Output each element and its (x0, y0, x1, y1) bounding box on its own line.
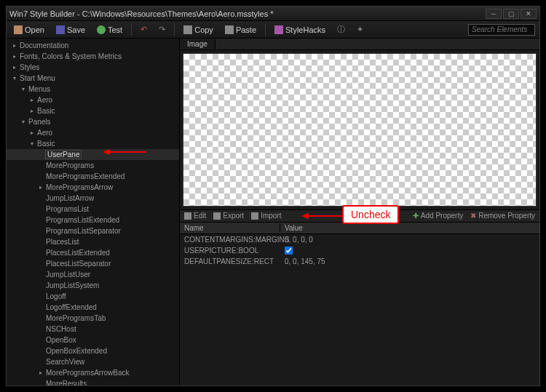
tree-item-label: Logoff (45, 292, 66, 300)
tree-twisty (37, 228, 44, 235)
grid-body[interactable]: CONTENTMARGINS:MARGINS0, 0, 0, 0USERPICT… (180, 234, 539, 386)
info-button[interactable]: ⓘ (334, 23, 348, 36)
close-button[interactable]: ✕ (521, 9, 537, 19)
tree-item[interactable]: ProgramsListExtended (7, 215, 179, 225)
image-tab[interactable]: Image (180, 39, 215, 49)
property-value (280, 247, 297, 255)
tree-item[interactable]: ▸MoreProgramsArrow (7, 182, 179, 193)
image-preview[interactable] (183, 53, 537, 207)
copy-label: Copy (194, 25, 213, 34)
tree-twisty (37, 337, 44, 344)
toolbar-separator (174, 24, 175, 36)
tree-item-label: OpenBoxExtended (45, 347, 107, 355)
tree-item[interactable]: OpenBoxExtended (7, 345, 179, 356)
tree-item[interactable]: JumpListUser (7, 269, 179, 280)
tree-item[interactable]: JumpListSystem (7, 280, 179, 291)
tree-item[interactable]: SearchView (7, 356, 179, 367)
tree-item[interactable]: PlacesListExtended (7, 247, 179, 258)
chevron-down-icon[interactable]: ▾ (20, 86, 27, 93)
tree-item[interactable]: ▾Basic (7, 138, 179, 149)
tree-item-label: JumpListUser (45, 271, 90, 279)
property-name: USERPICTURE:BOOL (180, 247, 280, 255)
tree-item[interactable]: ▾Panels (7, 116, 179, 127)
tree-item[interactable]: ▸Fonts, Colors & System Metrics (7, 51, 179, 62)
tree-item[interactable]: JumpListArrow (7, 193, 179, 204)
tree-item[interactable]: PlacesListSeparator (7, 258, 179, 269)
chevron-right-icon[interactable]: ▸ (11, 64, 18, 71)
search-input[interactable] (468, 24, 535, 36)
tree-item-label: MoreProgramsArrowBack (45, 369, 129, 377)
col-name[interactable]: Name (180, 224, 280, 232)
import-button[interactable]: Import (251, 212, 281, 220)
tree-item[interactable]: Logoff (7, 291, 179, 302)
tree-twisty (37, 304, 44, 311)
property-row[interactable]: USERPICTURE:BOOL (180, 245, 539, 256)
toolbar: Open Save Test ↶ ↷ Copy Paste StyleHacks… (7, 21, 539, 39)
tree-item[interactable]: MorePrograms (7, 160, 179, 171)
test-button[interactable]: Test (94, 24, 125, 36)
tree-item-label: Aero (36, 129, 52, 137)
edit-button[interactable]: Edit (184, 212, 206, 220)
tree-item[interactable]: ▸Aero (7, 95, 179, 105)
tree-panel[interactable]: ▸Documentation▸Fonts, Colors & System Me… (7, 39, 180, 385)
paste-label: Paste (236, 25, 256, 34)
property-checkbox[interactable] (285, 247, 293, 255)
tree-item[interactable]: UserPane (7, 149, 179, 160)
tree-item[interactable]: PlacesList (7, 236, 179, 247)
tree-item-label: MoreResults (45, 380, 87, 385)
chevron-right-icon[interactable]: ▸ (37, 369, 44, 377)
tree-item[interactable]: OpenBox (7, 335, 179, 345)
wand-button[interactable]: ✦ (354, 23, 366, 36)
tree-item[interactable]: ProgramsList (7, 204, 179, 215)
property-row[interactable]: DEFAULTPANESIZE:RECT0, 0, 145, 75 (180, 256, 539, 267)
chevron-right-icon[interactable]: ▸ (11, 53, 18, 60)
chevron-down-icon[interactable]: ▾ (11, 75, 18, 82)
tree-item[interactable]: MoreProgramsExtended (7, 171, 179, 182)
tree-item[interactable]: ▸Documentation (7, 40, 179, 51)
tree-item[interactable]: ProgramsListSeparator (7, 225, 179, 236)
tree-twisty (37, 206, 44, 213)
open-button[interactable]: Open (11, 24, 47, 36)
tree-twisty (37, 162, 44, 169)
tree-item[interactable]: MoreProgramsTab (7, 313, 179, 324)
chevron-right-icon[interactable]: ▸ (37, 184, 44, 191)
tree-item[interactable]: NSCHost (7, 324, 179, 335)
chevron-right-icon[interactable]: ▸ (11, 42, 18, 49)
chevron-right-icon[interactable]: ▸ (28, 108, 36, 115)
redo-button[interactable]: ↷ (156, 23, 168, 36)
paste-button[interactable]: Paste (222, 24, 259, 36)
save-button[interactable]: Save (53, 24, 88, 36)
tree-twisty (37, 359, 44, 366)
property-value[interactable]: 0, 0, 0, 0 (280, 236, 317, 244)
tree-item[interactable]: ▸Aero (7, 127, 179, 138)
tree-item[interactable]: ▸MoreProgramsArrowBack (7, 367, 179, 378)
tree-item[interactable]: ▾Menus (7, 84, 179, 95)
chevron-right-icon[interactable]: ▸ (28, 129, 36, 137)
tree-item[interactable]: MoreResults (7, 378, 179, 385)
remove-property-button[interactable]: ✖Remove Property (470, 212, 535, 220)
titlebar[interactable]: Win7 Style Builder - C:\Windows\Resource… (7, 7, 539, 21)
undo-button[interactable]: ↶ (138, 23, 150, 36)
tree-item[interactable]: ▸Basic (7, 105, 179, 116)
edit-icon (184, 212, 191, 220)
tree-item[interactable]: LogoffExtended (7, 302, 179, 313)
maximize-button[interactable]: ▢ (503, 9, 519, 19)
property-value[interactable]: 0, 0, 145, 75 (280, 257, 330, 265)
property-row[interactable]: CONTENTMARGINS:MARGINS0, 0, 0, 0 (180, 234, 539, 245)
copy-button[interactable]: Copy (181, 24, 216, 36)
add-property-button[interactable]: ✚Add Property (413, 212, 463, 220)
tree-item-label: OpenBox (45, 336, 76, 344)
save-label: Save (67, 25, 85, 34)
export-button[interactable]: Export (213, 212, 244, 220)
stylehacks-button[interactable]: StyleHacks (272, 24, 328, 36)
tree-item[interactable]: ▾Start Menu (7, 73, 179, 84)
tree-item[interactable]: ▸Styles (7, 62, 179, 73)
chevron-right-icon[interactable]: ▸ (28, 97, 36, 104)
tree-item-label: MoreProgramsTab (45, 314, 106, 322)
tree-item-label: PlacesList (45, 238, 79, 246)
col-value[interactable]: Value (280, 224, 307, 232)
chevron-down-icon[interactable]: ▾ (28, 140, 36, 148)
minimize-button[interactable]: ─ (486, 9, 502, 19)
tree-item-label: NSCHost (45, 325, 76, 333)
chevron-down-icon[interactable]: ▾ (20, 119, 27, 126)
